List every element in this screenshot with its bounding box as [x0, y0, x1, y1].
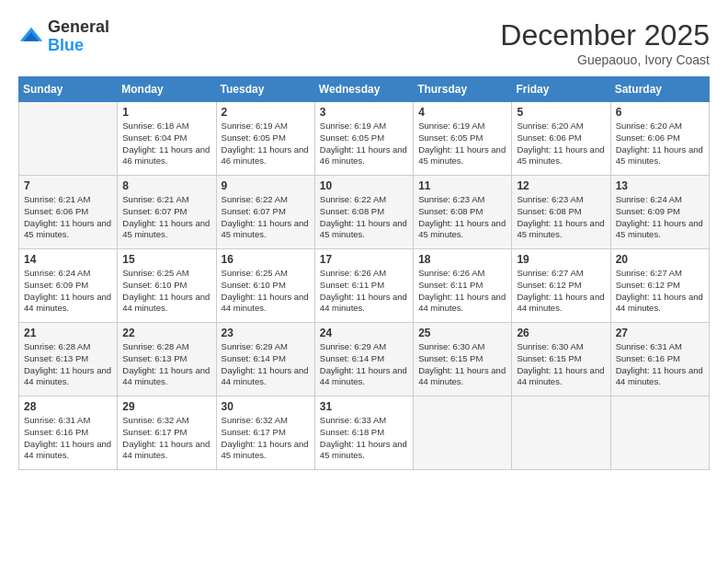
- day-number: 8: [122, 179, 210, 192]
- day-cell: 4Sunrise: 6:19 AMSunset: 6:05 PMDaylight…: [414, 102, 512, 176]
- cell-sun-info: Sunrise: 6:19 AMSunset: 6:05 PMDaylight:…: [320, 121, 408, 167]
- logo: General Blue: [18, 18, 109, 55]
- cell-sun-info: Sunrise: 6:28 AMSunset: 6:13 PMDaylight:…: [24, 341, 112, 388]
- cell-sun-info: Sunrise: 6:23 AMSunset: 6:08 PMDaylight:…: [418, 194, 506, 241]
- cell-sun-info: Sunrise: 6:27 AMSunset: 6:12 PMDaylight:…: [616, 268, 704, 315]
- day-number: 21: [24, 327, 112, 339]
- day-cell: 13Sunrise: 6:24 AMSunset: 6:09 PMDayligh…: [610, 176, 709, 249]
- day-cell: [19, 102, 118, 176]
- week-row-5: 28Sunrise: 6:31 AMSunset: 6:16 PMDayligh…: [19, 396, 710, 470]
- day-number: 23: [222, 327, 310, 339]
- day-cell: 10Sunrise: 6:22 AMSunset: 6:08 PMDayligh…: [314, 176, 413, 249]
- cell-sun-info: Sunrise: 6:25 AMSunset: 6:10 PMDaylight:…: [222, 268, 310, 315]
- day-number: 11: [418, 179, 506, 192]
- cell-sun-info: Sunrise: 6:29 AMSunset: 6:14 PMDaylight:…: [320, 341, 408, 388]
- day-cell: [610, 396, 709, 470]
- day-number: 2: [222, 106, 310, 119]
- day-cell: 12Sunrise: 6:23 AMSunset: 6:08 PMDayligh…: [512, 176, 610, 249]
- day-cell: 23Sunrise: 6:29 AMSunset: 6:14 PMDayligh…: [216, 323, 314, 396]
- cell-sun-info: Sunrise: 6:29 AMSunset: 6:14 PMDaylight:…: [222, 341, 310, 388]
- cell-sun-info: Sunrise: 6:30 AMSunset: 6:15 PMDaylight:…: [517, 341, 605, 388]
- day-cell: 30Sunrise: 6:32 AMSunset: 6:17 PMDayligh…: [216, 396, 314, 470]
- cell-sun-info: Sunrise: 6:20 AMSunset: 6:06 PMDaylight:…: [517, 121, 605, 167]
- header-row: SundayMondayTuesdayWednesdayThursdayFrid…: [19, 77, 710, 102]
- day-number: 1: [122, 106, 210, 119]
- day-cell: 27Sunrise: 6:31 AMSunset: 6:16 PMDayligh…: [610, 323, 709, 396]
- day-cell: 25Sunrise: 6:30 AMSunset: 6:15 PMDayligh…: [414, 323, 512, 396]
- day-cell: 26Sunrise: 6:30 AMSunset: 6:15 PMDayligh…: [512, 323, 610, 396]
- day-cell: 9Sunrise: 6:22 AMSunset: 6:07 PMDaylight…: [216, 176, 314, 249]
- cell-sun-info: Sunrise: 6:24 AMSunset: 6:09 PMDaylight:…: [24, 268, 112, 315]
- day-number: 24: [320, 327, 408, 339]
- day-number: 29: [122, 400, 210, 413]
- week-row-1: 1Sunrise: 6:18 AMSunset: 6:04 PMDaylight…: [19, 102, 710, 176]
- day-number: 25: [418, 327, 506, 339]
- day-cell: 24Sunrise: 6:29 AMSunset: 6:14 PMDayligh…: [314, 323, 413, 396]
- day-cell: 28Sunrise: 6:31 AMSunset: 6:16 PMDayligh…: [19, 396, 118, 470]
- day-number: 19: [517, 253, 605, 266]
- week-row-3: 14Sunrise: 6:24 AMSunset: 6:09 PMDayligh…: [19, 249, 710, 323]
- cell-sun-info: Sunrise: 6:21 AMSunset: 6:06 PMDaylight:…: [24, 194, 112, 241]
- week-row-4: 21Sunrise: 6:28 AMSunset: 6:13 PMDayligh…: [19, 323, 710, 396]
- cell-sun-info: Sunrise: 6:21 AMSunset: 6:07 PMDaylight:…: [122, 194, 210, 241]
- day-number: 22: [122, 327, 210, 339]
- day-number: 7: [24, 179, 112, 192]
- logo-general-text: General: [48, 17, 109, 36]
- day-number: 27: [616, 327, 704, 339]
- header-saturday: Saturday: [610, 77, 709, 102]
- day-cell: 31Sunrise: 6:33 AMSunset: 6:18 PMDayligh…: [314, 396, 413, 470]
- logo-blue-text: Blue: [48, 36, 84, 54]
- day-number: 26: [517, 327, 605, 339]
- cell-sun-info: Sunrise: 6:19 AMSunset: 6:05 PMDaylight:…: [222, 121, 310, 167]
- day-cell: 21Sunrise: 6:28 AMSunset: 6:13 PMDayligh…: [19, 323, 118, 396]
- day-cell: 18Sunrise: 6:26 AMSunset: 6:11 PMDayligh…: [414, 249, 512, 323]
- cell-sun-info: Sunrise: 6:22 AMSunset: 6:07 PMDaylight:…: [222, 194, 310, 241]
- day-cell: 1Sunrise: 6:18 AMSunset: 6:04 PMDaylight…: [118, 102, 216, 176]
- day-cell: 20Sunrise: 6:27 AMSunset: 6:12 PMDayligh…: [610, 249, 709, 323]
- day-number: 20: [616, 253, 704, 266]
- cell-sun-info: Sunrise: 6:19 AMSunset: 6:05 PMDaylight:…: [418, 121, 506, 167]
- day-number: 12: [517, 179, 605, 192]
- logo-icon: [18, 24, 44, 50]
- day-number: 14: [24, 253, 112, 266]
- header-friday: Friday: [512, 77, 610, 102]
- day-number: 4: [418, 106, 506, 119]
- day-number: 16: [222, 253, 310, 266]
- day-number: 5: [517, 106, 605, 119]
- day-number: 17: [320, 253, 408, 266]
- day-cell: 19Sunrise: 6:27 AMSunset: 6:12 PMDayligh…: [512, 249, 610, 323]
- day-number: 18: [418, 253, 506, 266]
- header-wednesday: Wednesday: [314, 77, 413, 102]
- day-cell: [512, 396, 610, 470]
- day-cell: 7Sunrise: 6:21 AMSunset: 6:06 PMDaylight…: [19, 176, 118, 249]
- day-cell: 8Sunrise: 6:21 AMSunset: 6:07 PMDaylight…: [118, 176, 216, 249]
- cell-sun-info: Sunrise: 6:26 AMSunset: 6:11 PMDaylight:…: [320, 268, 408, 315]
- header-thursday: Thursday: [414, 77, 512, 102]
- day-number: 3: [320, 106, 408, 119]
- cell-sun-info: Sunrise: 6:22 AMSunset: 6:08 PMDaylight:…: [320, 194, 408, 241]
- header-monday: Monday: [118, 77, 216, 102]
- cell-sun-info: Sunrise: 6:26 AMSunset: 6:11 PMDaylight:…: [418, 268, 506, 315]
- page-header: General Blue December 2025 Guepaouo, Ivo…: [18, 18, 710, 67]
- cell-sun-info: Sunrise: 6:33 AMSunset: 6:18 PMDaylight:…: [320, 415, 408, 462]
- cell-sun-info: Sunrise: 6:25 AMSunset: 6:10 PMDaylight:…: [122, 268, 210, 315]
- day-number: 28: [24, 400, 112, 413]
- day-cell: 15Sunrise: 6:25 AMSunset: 6:10 PMDayligh…: [118, 249, 216, 323]
- calendar-header: SundayMondayTuesdayWednesdayThursdayFrid…: [19, 77, 710, 102]
- title-block: December 2025 Guepaouo, Ivory Coast: [500, 18, 710, 67]
- day-cell: 16Sunrise: 6:25 AMSunset: 6:10 PMDayligh…: [216, 249, 314, 323]
- cell-sun-info: Sunrise: 6:20 AMSunset: 6:06 PMDaylight:…: [616, 121, 704, 167]
- calendar-table: SundayMondayTuesdayWednesdayThursdayFrid…: [18, 76, 710, 470]
- cell-sun-info: Sunrise: 6:28 AMSunset: 6:13 PMDaylight:…: [122, 341, 210, 388]
- day-cell: 22Sunrise: 6:28 AMSunset: 6:13 PMDayligh…: [118, 323, 216, 396]
- cell-sun-info: Sunrise: 6:31 AMSunset: 6:16 PMDaylight:…: [616, 341, 704, 388]
- calendar-body: 1Sunrise: 6:18 AMSunset: 6:04 PMDaylight…: [19, 102, 710, 470]
- day-number: 15: [122, 253, 210, 266]
- day-number: 6: [616, 106, 704, 119]
- day-number: 9: [222, 179, 310, 192]
- month-year-title: December 2025: [500, 18, 710, 52]
- cell-sun-info: Sunrise: 6:31 AMSunset: 6:16 PMDaylight:…: [24, 415, 112, 462]
- day-cell: 17Sunrise: 6:26 AMSunset: 6:11 PMDayligh…: [314, 249, 413, 323]
- header-tuesday: Tuesday: [216, 77, 314, 102]
- location-subtitle: Guepaouo, Ivory Coast: [500, 52, 710, 67]
